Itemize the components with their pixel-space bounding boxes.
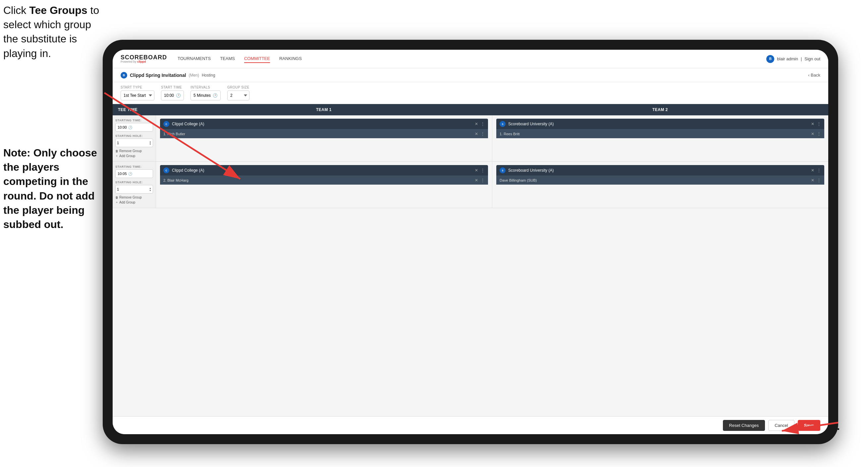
team2-card-group2[interactable]: S Scoreboard University (A) ✕ ⋮ Dave Bil… bbox=[496, 165, 824, 185]
player-expand-icon-group2-team2-1[interactable]: ⋮ bbox=[817, 178, 821, 183]
sub-header: B Clippd Spring Invitational (Men) Hosti… bbox=[113, 68, 828, 82]
player-row-group2-team1-1: 2. Blair McHarg ✕ ⋮ bbox=[160, 176, 488, 185]
team2-close-icon-group2[interactable]: ✕ bbox=[811, 168, 814, 173]
remove-label-1: Remove Group bbox=[119, 149, 142, 153]
team1-logo-group2: C bbox=[163, 167, 169, 173]
starting-hole-label-1: STARTING HOLE: bbox=[115, 134, 153, 138]
remove-icon-1: 🗑 bbox=[115, 149, 118, 153]
team1-close-icon-group1[interactable]: ✕ bbox=[475, 122, 478, 126]
add-group-btn-1[interactable]: ＋ Add Group bbox=[115, 154, 153, 158]
time-input-2[interactable]: 10:05 🕐 bbox=[115, 169, 153, 178]
team1-expand-icon-group1[interactable]: ⋮ bbox=[481, 122, 485, 126]
player-close-icon-group2-team1-1[interactable]: ✕ bbox=[475, 178, 478, 183]
save-button[interactable]: Save bbox=[798, 420, 820, 431]
player-expand-icon-group1-team1-1[interactable]: ⋮ bbox=[481, 132, 485, 136]
team2-expand-icon-group2[interactable]: ⋮ bbox=[817, 168, 821, 173]
team2-logo-group2: S bbox=[500, 167, 505, 173]
team2-cell-group2: S Scoreboard University (A) ✕ ⋮ Dave Bil… bbox=[492, 162, 828, 208]
team2-actions-group2: ✕ ⋮ bbox=[811, 168, 821, 173]
add-group-btn-2[interactable]: ＋ Add Group bbox=[115, 200, 153, 204]
cancel-button[interactable]: Cancel bbox=[768, 420, 794, 431]
team2-card-group1[interactable]: S Scoreboard University (A) ✕ ⋮ 1. Rees … bbox=[496, 119, 824, 138]
team2-close-icon-group1[interactable]: ✕ bbox=[811, 122, 814, 126]
start-time-input[interactable]: 10:00 🕐 bbox=[161, 90, 184, 100]
team1-actions-group2: ✕ ⋮ bbox=[475, 168, 485, 173]
add-icon-1: ＋ bbox=[115, 154, 118, 158]
hole-down-arrow-2[interactable]: ▼ bbox=[149, 189, 151, 192]
starting-time-label-1: STARTING TIME: bbox=[115, 119, 153, 122]
table-row: STARTING TIME: 10:05 🕐 STARTING HOLE: 1 … bbox=[113, 162, 828, 208]
hosting-badge: Hosting bbox=[202, 73, 215, 78]
navbar: SCOREBOARD Powered by clippd TOURNAMENTS… bbox=[113, 50, 828, 68]
team1-header-group2: C Clippd College (A) ✕ ⋮ bbox=[160, 165, 488, 176]
team1-close-icon-group2[interactable]: ✕ bbox=[475, 168, 478, 173]
note-bold: Note: Only choose the players competing … bbox=[3, 147, 97, 230]
time-input-1[interactable]: 10:00 🕐 bbox=[115, 123, 153, 132]
intervals-input[interactable]: 5 Minutes 🕐 bbox=[190, 90, 221, 100]
nav-user: blair admin bbox=[777, 56, 798, 61]
logo-scoreboard: SCOREBOARD bbox=[121, 54, 167, 60]
nav-committee[interactable]: COMMITTEE bbox=[244, 55, 270, 63]
team1-name-group1: Clippd College (A) bbox=[172, 122, 472, 126]
hole-up-arrow-1[interactable]: ▲ bbox=[149, 141, 151, 143]
team2-logo-group1: S bbox=[500, 121, 505, 127]
group-2-sidebar: STARTING TIME: 10:05 🕐 STARTING HOLE: 1 … bbox=[113, 162, 156, 208]
nav-signout[interactable]: Sign out bbox=[804, 56, 820, 61]
remove-group-btn-2[interactable]: 🗑 Remove Group bbox=[115, 196, 153, 199]
team1-card-group2[interactable]: C Clippd College (A) ✕ ⋮ 2. Blair McHarg… bbox=[160, 165, 488, 185]
intervals-clock-icon: 🕐 bbox=[213, 93, 218, 98]
tournament-type: (Men) bbox=[189, 73, 199, 78]
team1-cell-group2: C Clippd College (A) ✕ ⋮ 2. Blair McHarg… bbox=[156, 162, 492, 208]
player-close-icon-group1-team2-1[interactable]: ✕ bbox=[811, 132, 814, 136]
player-name-group1-team2-1: 1. Rees Britt bbox=[500, 132, 808, 136]
team2-actions-group1: ✕ ⋮ bbox=[811, 122, 821, 126]
nav-rankings[interactable]: RANKINGS bbox=[279, 55, 302, 63]
back-link[interactable]: Back bbox=[808, 72, 820, 78]
hole-up-arrow-2[interactable]: ▲ bbox=[149, 187, 151, 189]
add-icon-2: ＋ bbox=[115, 200, 118, 204]
nav-teams[interactable]: TEAMS bbox=[220, 55, 235, 63]
player-row-group2-team2-1: Dave Billingham (SUB) ✕ ⋮ bbox=[496, 176, 824, 185]
start-type-field: Start Type 1st Tee Start bbox=[121, 86, 154, 100]
team2-name-group2: Scoreboard University (A) bbox=[508, 168, 808, 173]
hole-input-2[interactable]: 1 ▲ ▼ bbox=[115, 185, 153, 194]
time-clock-icon-1: 🕐 bbox=[128, 126, 132, 129]
team2-expand-icon-group1[interactable]: ⋮ bbox=[817, 122, 821, 126]
sub-header-left: B Clippd Spring Invitational (Men) Hosti… bbox=[121, 72, 215, 79]
remove-icon-2: 🗑 bbox=[115, 196, 118, 199]
group-size-select[interactable]: 2 bbox=[227, 90, 249, 100]
team1-card-group1[interactable]: C Clippd College (A) ✕ ⋮ 1. Rich Butler … bbox=[160, 119, 488, 138]
nav-tournaments[interactable]: TOURNAMENTS bbox=[178, 55, 211, 63]
hole-stepper-2[interactable]: ▲ ▼ bbox=[149, 187, 151, 192]
start-time-label: Start Time bbox=[161, 86, 184, 89]
team1-cell-group1: C Clippd College (A) ✕ ⋮ 1. Rich Butler … bbox=[156, 115, 492, 162]
nav-right: B blair admin | Sign out bbox=[766, 55, 820, 63]
tablet-screen: SCOREBOARD Powered by clippd TOURNAMENTS… bbox=[113, 50, 828, 434]
table-header: Tee Time Team 1 Team 2 bbox=[113, 104, 828, 115]
nav-avatar: B bbox=[766, 55, 774, 63]
player-expand-icon-group1-team2-1[interactable]: ⋮ bbox=[817, 132, 821, 136]
player-expand-icon-group2-team1-1[interactable]: ⋮ bbox=[481, 178, 485, 183]
logo-area: SCOREBOARD Powered by clippd bbox=[121, 54, 167, 63]
add-label-2: Add Group bbox=[119, 201, 135, 204]
player-close-icon-group2-team2-1[interactable]: ✕ bbox=[811, 178, 814, 183]
team2-header-group1: S Scoreboard University (A) ✕ ⋮ bbox=[496, 119, 824, 129]
intervals-field: Intervals 5 Minutes 🕐 bbox=[190, 86, 221, 100]
config-row: Start Type 1st Tee Start Start Time 10:0… bbox=[113, 82, 828, 104]
hole-input-1[interactable]: 1 ▲ ▼ bbox=[115, 139, 153, 147]
team1-expand-icon-group2[interactable]: ⋮ bbox=[481, 168, 485, 173]
remove-group-btn-1[interactable]: 🗑 Remove Group bbox=[115, 149, 153, 153]
hole-stepper-1[interactable]: ▲ ▼ bbox=[149, 141, 151, 145]
table-row: STARTING TIME: 10:00 🕐 STARTING HOLE: 1 … bbox=[113, 115, 828, 162]
logo-brand: clippd bbox=[137, 60, 146, 63]
tee-groups-bold: Tee Groups bbox=[29, 4, 87, 16]
team1-logo-group1: C bbox=[163, 121, 169, 127]
start-type-label: Start Type bbox=[121, 86, 154, 89]
reset-changes-button[interactable]: Reset Changes bbox=[723, 420, 765, 431]
player-close-icon-group1-team1-1[interactable]: ✕ bbox=[475, 132, 478, 136]
tournament-name: Clippd Spring Invitational bbox=[130, 72, 186, 78]
th-tee-time: Tee Time bbox=[113, 104, 156, 115]
start-time-value: 10:00 bbox=[164, 93, 174, 98]
hole-down-arrow-1[interactable]: ▼ bbox=[149, 143, 151, 145]
start-type-select[interactable]: 1st Tee Start bbox=[121, 90, 154, 100]
